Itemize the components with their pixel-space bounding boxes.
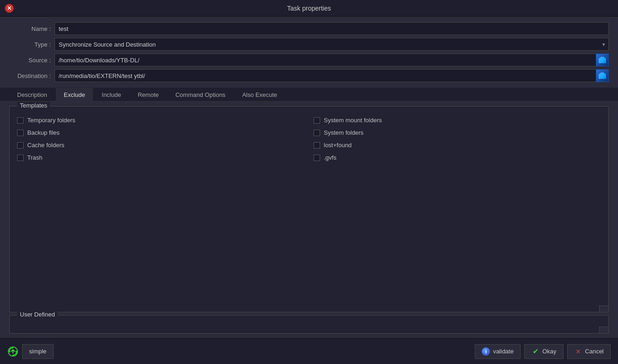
checkbox-backup-files: Backup files [17,128,304,137]
source-input[interactable] [55,54,596,66]
checkbox-lost-found-label: lost+found [324,142,351,149]
dialog: ✕ Task properties Name : Type : Synchron… [0,0,618,364]
footer-left: simple [7,344,54,359]
destination-input-group [55,69,609,82]
checkmark-icon: ✔ [531,347,539,356]
user-defined-section: User Defined [9,315,609,334]
checkbox-gvfs-label: .gvfs [324,154,336,161]
tab-include[interactable]: Include [94,88,129,101]
checkbox-cache-folders: Cache folders [17,141,304,149]
checkbox-system-mount-folders-input[interactable] [314,117,320,124]
simple-button[interactable]: simple [22,344,54,359]
checkbox-temporary-folders-input[interactable] [17,117,24,124]
source-label: Source : [9,57,51,64]
checkbox-system-folders-input[interactable] [314,130,320,136]
cancel-label: Cancel [585,348,604,355]
corner-decoration [599,305,608,312]
cancel-button[interactable]: ✕ Cancel [567,344,611,359]
x-icon: ✕ [574,347,582,356]
footer-right: i validate ✔ Okay ✕ Cancel [475,344,611,359]
checkbox-system-folders: System folders [314,128,601,137]
user-defined-corner-decoration [599,327,608,333]
checkbox-system-folders-label: System folders [324,129,364,136]
svg-marker-1 [9,350,11,353]
validate-icon: i [482,347,490,356]
tabs-bar: Description Exclude Include Remote Comma… [0,88,618,101]
folder-icon [599,57,606,63]
validate-button[interactable]: i validate [475,344,521,359]
sync-icon [7,346,18,357]
destination-browse-button[interactable] [596,69,609,82]
checkbox-gvfs-input[interactable] [314,155,320,161]
checkbox-system-mount-folders-label: System mount folders [324,117,382,124]
checkbox-cache-folders-label: Cache folders [27,142,64,149]
checkbox-trash-label: Trash [27,154,42,161]
checkbox-trash-input[interactable] [17,155,24,161]
checkbox-gvfs: .gvfs [314,153,601,162]
checkbox-system-mount-folders: System mount folders [314,116,601,125]
name-row: Name : [9,22,609,35]
checkbox-lost-found-input[interactable] [314,142,320,149]
tab-command-options[interactable]: Command Options [168,88,233,101]
svg-marker-2 [15,350,17,353]
checkbox-backup-files-label: Backup files [27,129,60,136]
folder-icon [599,72,606,79]
type-label: Type : [9,41,51,48]
type-row: Type : Synchronize Source and Destinatio… [9,38,609,51]
name-label: Name : [9,25,51,32]
form-area: Name : Type : Synchronize Source and Des… [0,17,618,86]
checkbox-temporary-folders: Temporary folders [17,116,304,125]
checkbox-lost-found: lost+found [314,141,601,149]
source-row: Source : [9,54,609,66]
footer: simple i validate ✔ Okay ✕ Cancel [0,338,618,364]
type-select-wrapper: Synchronize Source and Destination Backu… [55,38,609,51]
checkbox-trash: Trash [17,153,304,162]
name-input[interactable] [55,22,609,35]
checkbox-backup-files-input[interactable] [17,130,24,136]
templates-section: Templates Temporary folders System mount… [9,106,609,312]
templates-content: Temporary folders System mount folders B… [10,107,608,167]
close-button[interactable]: ✕ [5,4,14,13]
tab-exclude[interactable]: Exclude [56,88,93,101]
source-input-group [55,54,609,66]
okay-button[interactable]: ✔ Okay [524,344,563,359]
titlebar: ✕ Task properties [0,0,618,17]
tab-also-execute[interactable]: Also Execute [234,88,285,101]
checkbox-cache-folders-input[interactable] [17,142,24,149]
destination-input[interactable] [55,69,596,82]
dialog-title: Task properties [287,5,331,12]
templates-title: Templates [17,102,50,109]
tab-remote[interactable]: Remote [130,88,167,101]
validate-label: validate [493,348,514,355]
user-defined-title: User Defined [17,311,58,318]
okay-label: Okay [542,348,556,355]
content-area: Templates Temporary folders System mount… [0,101,618,338]
source-browse-button[interactable] [596,54,609,66]
tab-description[interactable]: Description [9,88,55,101]
destination-label: Destination : [9,72,51,79]
type-select[interactable]: Synchronize Source and Destination Backu… [55,38,609,51]
destination-row: Destination : [9,69,609,82]
checkbox-temporary-folders-label: Temporary folders [27,117,75,124]
